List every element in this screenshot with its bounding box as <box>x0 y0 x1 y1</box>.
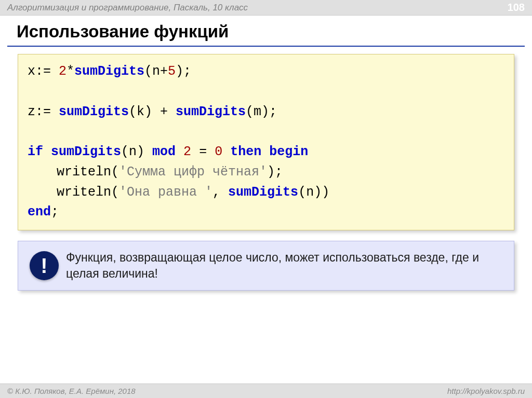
code-line: z:= sumDigits(k) + sumDigits(m); <box>28 102 504 122</box>
content-area: x:= 2*sumDigits(n+5); z:= sumDigits(k) +… <box>0 47 532 291</box>
code-text: , <box>212 185 228 200</box>
copyright: © К.Ю. Поляков, Е.А. Ерёмин, 2018 <box>7 387 136 395</box>
code-keyword: mod <box>152 144 176 159</box>
code-text: * <box>66 64 74 79</box>
code-text: = <box>191 144 215 159</box>
slide: Алгоритмизация и программирование, Паска… <box>0 0 532 398</box>
code-string: 'Она равна ' <box>119 185 212 200</box>
code-text: (n+ <box>144 64 168 79</box>
code-text: z:= <box>28 104 59 119</box>
code-number: 2 <box>183 144 191 159</box>
code-fn: sumDigits <box>176 104 246 119</box>
code-line: writeln('Она равна ', sumDigits(n)) <box>28 183 504 203</box>
blank-line <box>28 122 504 142</box>
code-text: x:= <box>28 64 59 79</box>
header-bar: Алгоритмизация и программирование, Паска… <box>0 0 532 16</box>
code-text: (k) + <box>129 104 176 119</box>
code-keyword: if <box>28 144 43 159</box>
code-text: ); <box>267 164 283 180</box>
code-text: (n) <box>121 144 152 159</box>
code-keyword: then <box>230 144 261 159</box>
code-text <box>176 144 183 159</box>
code-text <box>222 144 230 159</box>
page-title: Использование функций <box>0 16 532 46</box>
code-text: writeln <box>57 164 111 180</box>
code-text: ); <box>176 64 191 79</box>
code-line: if sumDigits(n) mod 2 = 0 then begin <box>28 142 504 162</box>
code-line: writeln('Сумма цифр чётная'); <box>28 162 504 183</box>
code-fn: sumDigits <box>228 185 298 200</box>
blank-line <box>28 82 504 102</box>
code-text: ( <box>111 185 119 200</box>
code-number: 5 <box>168 64 176 79</box>
code-string: 'Сумма цифр чётная' <box>119 164 267 180</box>
code-block: x:= 2*sumDigits(n+5); z:= sumDigits(k) +… <box>18 54 514 230</box>
callout-text: Функция, возвращающая целое число, может… <box>66 250 502 282</box>
footer-bar: © К.Ю. Поляков, Е.А. Ерёмин, 2018 http:/… <box>0 383 532 398</box>
code-fn: sumDigits <box>59 104 129 119</box>
code-text: writeln <box>57 185 111 200</box>
code-line: x:= 2*sumDigits(n+5); <box>28 62 504 82</box>
code-text: (n)) <box>298 185 329 200</box>
info-callout: ! Функция, возвращающая целое число, мож… <box>18 241 514 291</box>
code-text <box>261 144 269 159</box>
code-fn: sumDigits <box>74 64 144 79</box>
footer-link: http://kpolyakov.spb.ru <box>447 387 525 395</box>
code-keyword: begin <box>269 144 308 159</box>
code-line: end; <box>28 202 504 223</box>
code-keyword: end <box>28 204 51 219</box>
code-fn: sumDigits <box>51 144 121 159</box>
page-number: 108 <box>508 2 525 13</box>
code-number: 0 <box>215 144 222 159</box>
code-text: (m); <box>246 104 277 119</box>
exclamation-icon: ! <box>30 251 59 280</box>
code-number: 2 <box>59 64 66 79</box>
code-text: ( <box>111 164 119 180</box>
code-text <box>43 144 51 159</box>
code-text: ; <box>51 204 59 219</box>
breadcrumb: Алгоритмизация и программирование, Паска… <box>7 3 248 13</box>
